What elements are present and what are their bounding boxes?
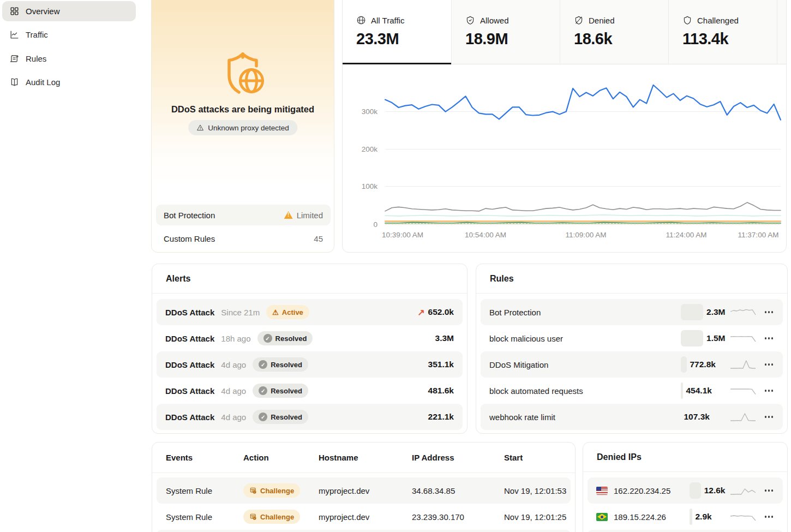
sidebar-item-label: Audit Log <box>26 77 60 87</box>
rule-sparkline <box>730 358 756 371</box>
rule-value: 107.3k <box>684 412 710 422</box>
alert-time: 4d ago <box>221 360 246 369</box>
tab-label: All Traffic <box>371 16 404 25</box>
custom-rules-value: 45 <box>314 234 323 243</box>
alert-row[interactable]: DDoS Attack 18h ago ✓ Resolved 3.3M <box>157 325 463 351</box>
book-icon <box>9 77 20 87</box>
check-circle-icon: ✓ <box>263 334 272 343</box>
warning-triangle-icon <box>196 124 204 131</box>
row-menu-button[interactable] <box>764 513 775 520</box>
denied-ips-panel: Denied IPs 162.220.234.25 12.6k 189.15.2… <box>583 442 788 532</box>
event-row[interactable]: System Rule Challenge myproject.dev 34.6… <box>157 477 571 504</box>
bot-protection-row[interactable]: Bot Protection Limited <box>156 205 331 225</box>
custom-rules-label: Custom Rules <box>164 234 215 243</box>
row-menu-button[interactable] <box>764 487 775 494</box>
tab-value: 18.9M <box>465 30 560 48</box>
rule-sparkline <box>730 410 756 423</box>
x-tick-4: 11:24:00 AM <box>666 231 707 239</box>
column-header-ip: IP Address <box>412 453 454 462</box>
denied-ip-count: 12.6k <box>704 486 726 495</box>
traffic-overview-card: All Traffic 23.3M Allowed 18.9M Denied <box>342 0 787 253</box>
rule-value: 454.1k <box>686 386 712 396</box>
rule-row[interactable]: Bot Protection 2.3M <box>481 299 783 325</box>
row-menu-button[interactable] <box>764 309 775 315</box>
denied-ip-row[interactable]: 162.220.234.25 12.6k <box>588 477 783 504</box>
protection-title: DDoS attacks are being mitigated <box>152 104 334 115</box>
alert-row[interactable]: DDoS Attack 4d ago ✓ Resolved 221.1k <box>157 404 463 430</box>
rule-value: 2.3M <box>706 307 725 317</box>
chart-line-icon <box>9 29 20 40</box>
alert-value: 481.6k <box>428 386 454 396</box>
sidebar-item-audit-log[interactable]: Audit Log <box>2 72 136 92</box>
tab-allowed[interactable]: Allowed 18.9M <box>451 0 560 64</box>
rule-row[interactable]: webhook rate limit 107.3k <box>481 404 783 430</box>
alert-name: DDoS Attack <box>165 386 214 396</box>
alert-row[interactable]: DDoS Attack 4d ago ✓ Resolved 351.1k <box>157 351 463 378</box>
tab-value: 113.4k <box>682 30 777 48</box>
rule-row[interactable]: block malicious user 1.5M <box>481 325 783 351</box>
y-tick-300k: 300k <box>347 107 377 116</box>
y-tick-200k: 200k <box>347 145 377 153</box>
y-tick-0: 0 <box>347 220 377 229</box>
sidebar-item-overview[interactable]: Overview <box>2 1 136 21</box>
alert-name: DDoS Attack <box>165 360 214 369</box>
status-badge-resolved: ✓ Resolved <box>253 357 308 372</box>
x-tick-2: 10:54:00 AM <box>465 231 506 239</box>
shield-slash-icon <box>574 15 584 25</box>
alert-name: DDoS Attack <box>165 334 214 343</box>
alert-value: 652.0k <box>428 307 454 317</box>
sidebar-item-label: Traffic <box>26 30 48 39</box>
sidebar-item-label: Overview <box>26 7 60 16</box>
denied-ip-address: 189.15.224.26 <box>614 512 666 522</box>
magnitude-bar <box>690 482 701 499</box>
x-tick-3: 11:09:00 AM <box>566 231 607 239</box>
sidebar-item-rules[interactable]: Rules <box>2 49 136 69</box>
column-header-start: Start <box>504 453 523 462</box>
row-menu-button[interactable] <box>764 335 775 342</box>
event-row-partial <box>157 530 571 532</box>
event-name: System Rule <box>166 486 212 495</box>
status-badge-active: ⚠ Active <box>266 305 309 319</box>
magnitude-bar <box>690 509 692 525</box>
status-badge-resolved: ✓ Resolved <box>253 410 308 424</box>
rule-row[interactable]: block automated requests 454.1k <box>481 378 783 404</box>
event-start: Nov 19, 12:01:53 <box>504 486 566 495</box>
tab-label: Denied <box>589 16 615 25</box>
event-start: Nov 19, 12:01:25 <box>504 512 566 522</box>
rule-name: Bot Protection <box>489 308 541 317</box>
status-badge-resolved: ✓ Resolved <box>257 331 313 345</box>
alert-value: 221.1k <box>428 412 454 422</box>
trend-up-arrow-icon: ↗ <box>417 307 424 318</box>
proxy-badge-label: Unknown proxy detected <box>208 124 289 132</box>
limited-warning-icon <box>284 211 293 219</box>
row-menu-button[interactable] <box>764 387 775 394</box>
traffic-line-chart <box>385 71 782 225</box>
check-circle-icon: ✓ <box>259 413 267 421</box>
x-tick-5: 11:37:00 AM <box>738 231 779 239</box>
rule-row[interactable]: DDoS Mitigation 772.8k <box>481 351 783 378</box>
event-hostname: myproject.dev <box>319 512 369 522</box>
tab-denied[interactable]: Denied 18.6k <box>560 0 668 64</box>
bot-protection-value: Limited <box>297 211 323 220</box>
rule-sparkline <box>730 332 756 345</box>
sidebar-item-traffic[interactable]: Traffic <box>2 25 136 45</box>
event-row[interactable]: System Rule Challenge myproject.dev 23.2… <box>157 504 571 530</box>
rules-title: Rules <box>476 264 787 294</box>
ip-sparkline <box>730 510 756 523</box>
alert-row[interactable]: DDoS Attack Since 21m ⚠ Active ↗ 652.0k <box>157 299 463 325</box>
check-circle-icon: ✓ <box>259 360 267 369</box>
alert-value: 351.1k <box>428 360 454 369</box>
sidebar: Overview Traffic Rules Audit Log <box>0 0 144 532</box>
custom-rules-row[interactable]: Custom Rules 45 <box>156 228 331 249</box>
denied-ip-row[interactable]: 189.15.224.26 2.9k <box>588 504 783 530</box>
magnitude-bar <box>681 330 704 346</box>
tab-all-traffic[interactable]: All Traffic 23.3M <box>343 0 451 64</box>
rule-name: webhook rate limit <box>489 413 555 422</box>
alert-time: 4d ago <box>221 386 246 396</box>
column-header-hostname: Hostname <box>319 453 358 462</box>
alert-row[interactable]: DDoS Attack 4d ago ✓ Resolved 481.6k <box>157 378 463 404</box>
tab-challenged[interactable]: Challenged 113.4k <box>668 0 777 64</box>
proxy-warning-badge[interactable]: Unknown proxy detected <box>188 120 297 135</box>
row-menu-button[interactable] <box>764 361 775 368</box>
row-menu-button[interactable] <box>764 414 775 420</box>
